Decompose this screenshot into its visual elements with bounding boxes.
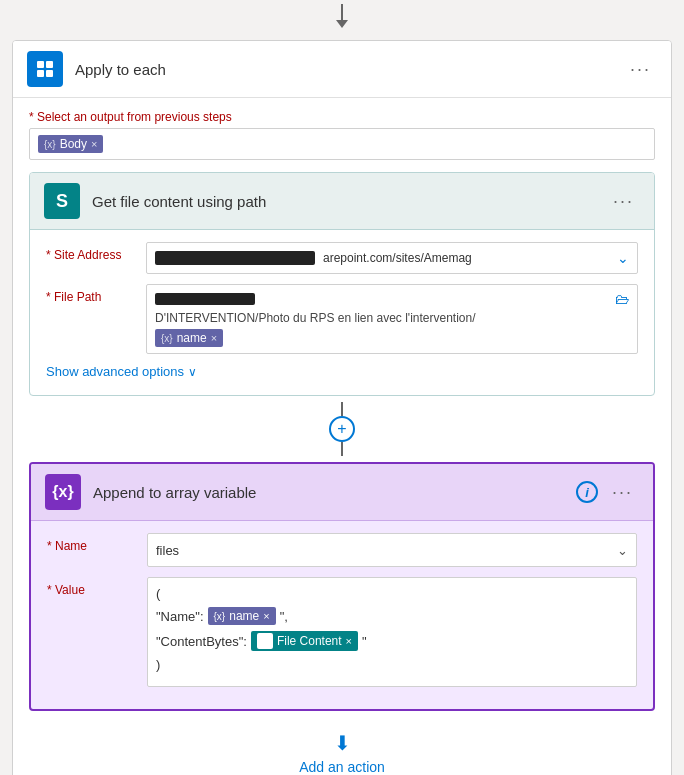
apply-to-each-icon xyxy=(27,51,63,87)
apply-to-each-title: Apply to each xyxy=(75,61,624,78)
site-address-redacted xyxy=(155,251,315,265)
file-content-icon xyxy=(257,633,273,649)
file-path-input[interactable]: 🗁 D'INTERVENTION/Photo du RPS en lien av… xyxy=(146,284,638,354)
site-address-select[interactable]: arepoint.com/sites/Amemag ⌄ xyxy=(146,242,638,274)
name-token-label: name xyxy=(177,331,207,345)
append-body: * Name files ⌄ * Value xyxy=(31,521,653,709)
site-address-field: arepoint.com/sites/Amemag ⌄ xyxy=(146,242,638,274)
show-advanced-chevron: ∨ xyxy=(188,365,197,379)
file-content-label: File Content xyxy=(277,634,342,648)
append-value-row: * Value ( "Name": {x} name xyxy=(47,577,637,687)
add-action-label: Add an action xyxy=(299,759,385,775)
file-content-token: File Content × xyxy=(251,631,358,651)
site-address-content: arepoint.com/sites/Amemag xyxy=(155,251,617,265)
append-name-value: files xyxy=(156,543,179,558)
site-address-label: * Site Address xyxy=(46,242,146,262)
add-action-button[interactable]: ⬇ Add an action xyxy=(299,731,385,775)
body-token: {x} Body × xyxy=(38,135,103,153)
append-more-button[interactable]: ··· xyxy=(606,478,639,507)
append-name-row: * Name files ⌄ xyxy=(47,533,637,567)
file-path-token-row: {x} name × xyxy=(155,329,629,347)
value-line-content: "ContentBytes": File Content × " xyxy=(156,631,628,651)
name-token-value-icon: {x} xyxy=(214,611,226,622)
get-file-header: S Get file content using path ··· xyxy=(30,173,654,230)
show-advanced-label: Show advanced options xyxy=(46,364,184,379)
append-block: {x} Append to array variable i ··· * Nam… xyxy=(29,462,655,711)
plus-connector: + xyxy=(29,402,655,456)
file-path-row: * File Path 🗁 D'INTERVENTION/Photo du RP… xyxy=(46,284,638,354)
name-token-value-close[interactable]: × xyxy=(263,610,269,622)
append-value-input[interactable]: ( "Name": {x} name × ", xyxy=(147,577,637,687)
append-icon: {x} xyxy=(45,474,81,510)
apply-to-each-more-button[interactable]: ··· xyxy=(624,55,657,84)
name-token-value-label: name xyxy=(229,609,259,623)
append-value-label: * Value xyxy=(47,577,147,597)
site-address-row: * Site Address arepoint.com/sites/Amemag… xyxy=(46,242,638,274)
body-token-label: Body xyxy=(60,137,87,151)
append-value-field: ( "Name": {x} name × ", xyxy=(147,577,637,687)
info-icon[interactable]: i xyxy=(576,481,598,503)
svg-rect-3 xyxy=(46,70,53,77)
append-title: Append to array variable xyxy=(93,484,576,501)
file-path-text: D'INTERVENTION/Photo du RPS en lien avec… xyxy=(155,311,629,325)
svg-rect-0 xyxy=(37,61,44,68)
loop-icon xyxy=(35,59,55,79)
body-token-close[interactable]: × xyxy=(91,138,97,150)
select-output-input[interactable]: {x} Body × xyxy=(29,128,655,160)
folder-icon: 🗁 xyxy=(615,291,629,307)
value-line-open: ( xyxy=(156,586,628,601)
show-advanced-options[interactable]: Show advanced options ∨ xyxy=(46,364,638,383)
site-address-suffix: arepoint.com/sites/Amemag xyxy=(323,251,472,265)
svg-rect-1 xyxy=(46,61,53,68)
get-file-title: Get file content using path xyxy=(92,193,607,210)
file-content-close[interactable]: × xyxy=(346,635,352,647)
append-header: {x} Append to array variable i ··· xyxy=(31,464,653,521)
file-path-field: 🗁 D'INTERVENTION/Photo du RPS en lien av… xyxy=(146,284,638,354)
get-file-block: S Get file content using path ··· * Site… xyxy=(29,172,655,396)
site-address-chevron: ⌄ xyxy=(617,250,629,266)
top-arrow-down xyxy=(336,4,348,28)
value-line-close: ) xyxy=(156,657,628,672)
plus-line-bottom xyxy=(341,442,343,456)
add-action-container: ⬇ Add an action xyxy=(29,731,655,775)
name-token: {x} name × xyxy=(155,329,223,347)
append-name-chevron: ⌄ xyxy=(617,543,628,558)
plus-line-top xyxy=(341,402,343,416)
get-file-body: * Site Address arepoint.com/sites/Amemag… xyxy=(30,230,654,395)
append-name-select[interactable]: files ⌄ xyxy=(147,533,637,567)
name-token-value: {x} name × xyxy=(208,607,276,625)
value-content-prefix: "ContentBytes": xyxy=(156,634,247,649)
name-token-icon: {x} xyxy=(161,333,173,344)
token-icon: {x} xyxy=(44,139,56,150)
add-action-icon: ⬇ xyxy=(334,731,351,755)
value-content-suffix: " xyxy=(362,634,367,649)
svg-rect-2 xyxy=(37,70,44,77)
value-line-name: "Name": {x} name × ", xyxy=(156,607,628,625)
file-path-redacted xyxy=(155,293,255,305)
apply-inner-body: * Select an output from previous steps {… xyxy=(13,98,671,160)
name-token-close[interactable]: × xyxy=(211,332,217,344)
append-name-field: files ⌄ xyxy=(147,533,637,567)
plus-button[interactable]: + xyxy=(329,416,355,442)
value-name-prefix: "Name": xyxy=(156,609,204,624)
append-name-label: * Name xyxy=(47,533,147,553)
sharepoint-icon: S xyxy=(44,183,80,219)
file-path-label: * File Path xyxy=(46,284,146,304)
get-file-more-button[interactable]: ··· xyxy=(607,187,640,216)
apply-to-each-header: Apply to each ··· xyxy=(13,41,671,98)
value-name-suffix: ", xyxy=(280,609,288,624)
apply-to-each-block: Apply to each ··· * Select an output fro… xyxy=(12,40,672,775)
select-output-label: * Select an output from previous steps xyxy=(29,110,655,124)
inner-blocks: S Get file content using path ··· * Site… xyxy=(29,160,655,775)
file-path-top: 🗁 xyxy=(155,291,629,307)
